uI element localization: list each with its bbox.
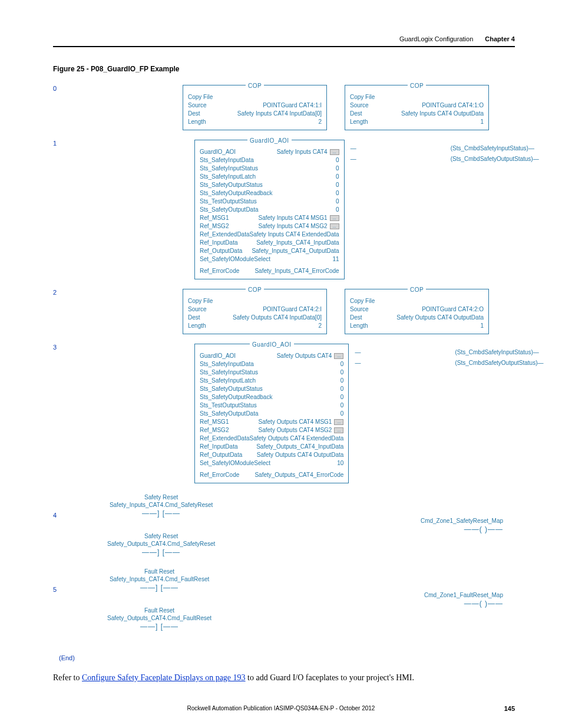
figure-title: Figure 25 - P08_GuardIO_FP Example: [53, 65, 515, 73]
contact-tag: Safety_Inputs_CAT4.Cmd_SafetyReset: [107, 502, 215, 508]
coil: Cmd_Zone1_FaultReset_Map ——( )——: [424, 592, 514, 608]
aoi-label: Ref_ErrorCode: [200, 267, 239, 275]
aoi-label: Ref_ErrorCode: [200, 471, 239, 479]
rung-number: 0: [53, 85, 57, 92]
rung-3: 3 GuardIO_AOI GuardIO_AOISafety Outputs …: [77, 339, 515, 488]
cop-label: Dest: [188, 110, 200, 118]
rung-number: 3: [53, 344, 57, 351]
cop-label: Length: [188, 118, 206, 126]
cop-label: Dest: [188, 314, 200, 322]
cop-label: Source: [188, 101, 207, 110]
cop-block: COP Copy File SourcePOINTGuard CAT4:1:I …: [183, 85, 327, 130]
page-footer: Rockwell Automation Publication IASIMP-Q…: [0, 705, 562, 711]
cop-value: 1: [480, 118, 484, 126]
aoi-label: Sts_SafetyInputStatus: [200, 164, 258, 173]
cop-block: COP Copy File SourcePOINTGuard CAT4:2:O …: [345, 289, 489, 334]
aoi-label: Ref_OutputData: [200, 451, 242, 459]
aoi-value: 0: [336, 181, 339, 189]
cross-reference-link[interactable]: Configure Safety Faceplate Displays on p…: [82, 673, 246, 682]
aoi-value: Safety Inputs CAT4 MSG2: [259, 223, 328, 229]
aoi-value: Safety Outputs CAT4 MSG2: [259, 427, 332, 433]
coil-symbol-icon: ——( )——: [421, 525, 503, 533]
header-text: GuardLogix Configuration: [399, 35, 473, 42]
cop-value: POINTGuard CAT4:2:I: [263, 305, 322, 314]
coil: Cmd_Zone1_SafetyReset_Map ——( )——: [421, 518, 514, 533]
contact-symbol-icon: ——] [——: [107, 622, 211, 631]
cop-label: Copy File: [188, 93, 213, 101]
cop-value: Safety Outputs CAT4 OutputData: [396, 314, 484, 322]
ellipsis-icon[interactable]: ...: [330, 149, 339, 155]
block-title: COP: [408, 82, 426, 90]
aoi-value: 0: [340, 393, 344, 401]
aoi-value: 0: [336, 189, 339, 197]
cop-value: POINTGuard CAT4:1:I: [263, 101, 322, 110]
aoi-label: Sts_SafetyOutputReadback: [200, 189, 272, 197]
aoi-label: Set_SafetyIOModuleSelect: [200, 459, 270, 467]
aoi-value: 0: [340, 377, 344, 385]
aoi-value: 0: [336, 206, 339, 214]
aoi-outputs: —(Sts_CmbdSafetyInputStatus)— —(Sts_Cmbd…: [355, 344, 543, 368]
bottom-suffix: to add Guard I/O faceplates to your proj…: [246, 673, 414, 682]
cop-value: Safety Inputs CAT4 InputData[0]: [237, 110, 322, 118]
ellipsis-icon[interactable]: ...: [334, 427, 343, 433]
cop-value: 2: [318, 118, 322, 126]
cop-label: Copy File: [188, 297, 213, 305]
ellipsis-icon[interactable]: ...: [330, 215, 339, 221]
cop-value: Safety Outputs CAT4 InputData[0]: [233, 314, 322, 322]
cop-label: Length: [188, 322, 206, 330]
page-number: 145: [504, 705, 515, 712]
page-header: GuardLogix Configuration Chapter 4: [53, 35, 515, 47]
contact-title: Fault Reset: [107, 607, 211, 614]
ellipsis-icon[interactable]: ...: [334, 419, 343, 425]
coil-tag: Cmd_Zone1_FaultReset_Map: [424, 592, 503, 598]
aoi-label: Ref_MSG1: [200, 214, 229, 222]
contact-tag: Safety_Outputs_CAT4.Cmd_FaultReset: [107, 615, 211, 621]
block-title: COP: [246, 286, 264, 294]
contact-title: Safety Reset: [107, 533, 215, 539]
footer-text: Rockwell Automation Publication IASIMP-Q…: [187, 705, 375, 711]
rung-number: 4: [53, 512, 57, 519]
bottom-text: Refer to Configure Safety Faceplate Disp…: [53, 673, 515, 683]
aoi-block: GuardIO_AOI GuardIO_AOISafety Outputs CA…: [194, 344, 349, 483]
output-status: (Sts_CmbdSafetyOutputStatus): [455, 360, 537, 366]
contact: Fault Reset Safety_Inputs_CAT4.Cmd_Fault…: [107, 568, 211, 592]
cop-value: POINTGuard CAT4:1:O: [422, 101, 484, 110]
aoi-value: 0: [340, 410, 344, 418]
block-title: GuardIO_AOI: [250, 341, 294, 349]
rung-1: 1 GuardIO_AOI GuardIO_AOISafety Inputs C…: [77, 135, 515, 284]
contact-title: Fault Reset: [107, 568, 211, 575]
contact-tag: Safety_Outputs_CAT4.Cmd_SafetyReset: [107, 541, 215, 547]
cop-label: Length: [350, 322, 368, 330]
aoi-value: Safety Inputs CAT4 MSG1: [259, 215, 328, 221]
ellipsis-icon[interactable]: ...: [330, 223, 339, 229]
aoi-value: Safety_Inputs_CAT4_OutputData: [252, 247, 339, 255]
aoi-label: GuardIO_AOI: [200, 148, 236, 156]
aoi-value: 11: [333, 255, 339, 263]
end-label: (End): [59, 654, 515, 661]
aoi-label: Sts_SafetyInputLatch: [200, 173, 256, 181]
cop-block: COP Copy File SourcePOINTGuard CAT4:1:O …: [345, 85, 489, 130]
aoi-label: Sts_SafetyInputStatus: [200, 368, 258, 377]
aoi-label: Ref_MSG2: [200, 426, 229, 434]
aoi-value: Safety Outputs CAT4 MSG1: [259, 419, 332, 425]
contact: Safety Reset Safety_Inputs_CAT4.Cmd_Safe…: [107, 494, 215, 518]
ladder-diagram: 0 COP Copy File SourcePOINTGuard CAT4:1:…: [53, 80, 515, 661]
aoi-value: Safety_Inputs_CAT4_InputData: [256, 239, 339, 247]
rung-number: 1: [53, 140, 57, 147]
block-title: COP: [246, 82, 264, 90]
aoi-value: 0: [340, 368, 344, 377]
contact-symbol-icon: ——] [——: [107, 584, 211, 592]
aoi-value: Safety Inputs CAT4 ExtendedData: [250, 230, 339, 239]
rung-0: 0 COP Copy File SourcePOINTGuard CAT4:1:…: [77, 80, 515, 135]
contact-title: Safety Reset: [107, 494, 215, 500]
aoi-label: Sts_TestOutputStatus: [200, 401, 257, 410]
rung-2: 2 COP Copy File SourcePOINTGuard CAT4:2:…: [77, 284, 515, 339]
aoi-label: Ref_InputData: [200, 443, 238, 451]
rung-4: 4 Safety Reset Safety_Inputs_CAT4.Cmd_Sa…: [77, 488, 515, 562]
cop-label: Source: [350, 101, 369, 110]
cop-block: COP Copy File SourcePOINTGuard CAT4:2:I …: [183, 289, 327, 334]
ellipsis-icon[interactable]: ...: [334, 353, 343, 359]
output-status: (Sts_CmbdSafetyOutputStatus): [451, 156, 533, 162]
aoi-block: GuardIO_AOI GuardIO_AOISafety Inputs CAT…: [194, 140, 345, 279]
aoi-value: 0: [340, 360, 344, 368]
